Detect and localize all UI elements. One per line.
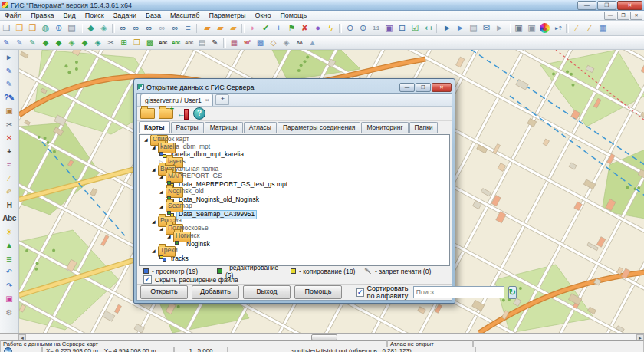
exit-button[interactable]: Выход xyxy=(243,285,291,299)
sphere-icon[interactable]: ● xyxy=(312,22,324,34)
menu-window[interactable]: Окно xyxy=(250,11,275,20)
wave-line-icon[interactable]: ≈ xyxy=(2,159,16,171)
print-icon[interactable]: ▣ xyxy=(513,22,525,34)
menu-edit[interactable]: Правка xyxy=(26,11,58,20)
menu-options[interactable]: Параметры xyxy=(204,11,250,20)
gear-icon[interactable]: ⚙ xyxy=(2,307,16,319)
close-button[interactable]: ✕ xyxy=(617,1,642,10)
menu-scale[interactable]: Масштаб xyxy=(166,11,205,20)
connection-tab-close-icon[interactable]: × xyxy=(205,97,209,104)
select-area-icon[interactable]: ◗ xyxy=(247,22,259,34)
pan-view-icon[interactable]: ⊡ xyxy=(396,22,409,34)
object-journal-icon[interactable]: ▤ xyxy=(196,38,209,48)
tab-atlases[interactable]: Атласы xyxy=(244,122,277,133)
create-object-icon[interactable]: ◆ xyxy=(40,38,52,48)
edit-points-icon[interactable]: ◆ xyxy=(53,38,65,48)
label-abc-icon[interactable]: Abc xyxy=(157,38,169,48)
find-next-icon[interactable]: ∞ xyxy=(169,22,182,34)
join-object-icon[interactable]: ⊞ xyxy=(118,38,130,48)
tree-item-tracks[interactable]: tracks xyxy=(140,255,449,263)
help-button[interactable]: Помощь xyxy=(294,285,342,299)
send-map-icon[interactable]: ✉ xyxy=(481,22,493,34)
disconnect-icon[interactable]: ← xyxy=(177,108,189,119)
help-cursor-icon[interactable]: ►? xyxy=(552,22,564,34)
minimize-button[interactable]: — xyxy=(577,1,596,10)
scissors-icon[interactable]: ✂ xyxy=(2,119,16,131)
add-selection-icon[interactable]: + xyxy=(273,22,285,34)
dialog-minimize-button[interactable]: — xyxy=(399,83,415,92)
color-wheel-icon[interactable]: ● xyxy=(540,23,550,33)
scroll-right-icon[interactable]: ► xyxy=(636,334,644,340)
hide-extension-checkbox[interactable]: ✓ xyxy=(143,275,152,284)
table-grid-icon[interactable]: ▦ xyxy=(228,38,241,48)
delete-object-icon[interactable]: ✕ xyxy=(2,132,16,144)
find-list-icon[interactable]: ≡ xyxy=(182,22,195,34)
zoom-out-icon[interactable]: ⊖ xyxy=(344,22,356,34)
open-map-folder-icon[interactable]: ❒ xyxy=(14,22,26,34)
tab-matrices[interactable]: Матрицы xyxy=(205,122,243,133)
menu-database[interactable]: База xyxy=(141,11,166,20)
tree-expanded-icon[interactable]: ◢ xyxy=(152,219,158,226)
search-input[interactable] xyxy=(413,286,504,298)
tab-connection-params[interactable]: Параметры соединения xyxy=(278,122,360,133)
crosshair-icon[interactable]: + xyxy=(2,146,16,158)
tree-item-noginsk-folder[interactable]: ◢Ногинск xyxy=(140,233,449,241)
open-database-icon[interactable]: ❒ xyxy=(27,22,39,34)
zoom-frame-icon[interactable]: ▣ xyxy=(383,22,396,34)
zoom-in-icon[interactable]: ⊕ xyxy=(357,22,370,34)
layers-color-icon[interactable]: ▣ xyxy=(2,293,16,305)
map-horizontal-scrollbar[interactable]: ◄ ► xyxy=(0,333,644,340)
dialog-title-bar[interactable]: Открытие данных с ГИС Сервера — ❐ ✕ xyxy=(136,81,452,93)
steps-icon[interactable]: ≣ xyxy=(2,253,16,265)
site-wizard-icon[interactable]: ◈ xyxy=(98,22,110,34)
scrollbar-track[interactable] xyxy=(26,334,636,340)
stretch-object-icon[interactable]: ◈ xyxy=(92,38,104,48)
document-list-icon[interactable]: ▤ xyxy=(66,22,78,34)
flag-icon[interactable]: ⚑ xyxy=(286,22,298,34)
add-connection-tab-button[interactable]: + xyxy=(215,94,229,105)
tab-maps[interactable]: Карты xyxy=(139,121,170,133)
view-back-icon[interactable]: ↤ xyxy=(422,22,435,34)
scroll-left-icon[interactable]: ◄ xyxy=(18,334,26,340)
abc-tool-icon[interactable]: Abc xyxy=(2,212,16,225)
connection-tab-gisserver[interactable]: gisserver.ru / User1 × xyxy=(140,94,213,106)
angle-90-icon[interactable]: 90° xyxy=(242,38,254,48)
open-button[interactable]: Открыть xyxy=(140,285,188,299)
tab-folders[interactable]: Папки xyxy=(409,122,439,133)
tree-expanded-icon[interactable]: ◢ xyxy=(152,166,158,174)
flashlight-icon[interactable]: ✐ xyxy=(2,186,16,198)
tree-expanded-icon[interactable]: ◢ xyxy=(152,248,158,255)
edit-query-pencil-icon[interactable]: ✎ xyxy=(14,38,26,48)
add-map-to-document-icon[interactable] xyxy=(159,108,173,119)
menu-help[interactable]: Помощь xyxy=(275,11,311,20)
scrollbar-thumb[interactable] xyxy=(311,334,337,340)
tab-rasters[interactable]: Растры xyxy=(171,122,204,133)
open-internet-map-icon[interactable]: ⊕ xyxy=(53,22,65,34)
move-object-icon[interactable]: ◈ xyxy=(66,38,78,48)
cursor-icon[interactable]: ► xyxy=(494,22,506,34)
tree-item-data-seamap-ca399951[interactable]: Data_Seamap_CA399951 xyxy=(140,211,449,219)
tree-expanded-icon[interactable]: ◢ xyxy=(159,203,166,211)
view-check-icon[interactable]: ☑ xyxy=(409,22,422,34)
tree-expanded-icon[interactable]: ◢ xyxy=(159,189,166,196)
select-on-screen-icon[interactable]: ► xyxy=(442,22,454,34)
diamond-filled-icon[interactable]: ◈ xyxy=(281,38,293,48)
apply-selection-icon[interactable]: ✔ xyxy=(260,22,272,34)
rotate-object-icon[interactable]: ◆ xyxy=(79,38,91,48)
yellow-ruler-icon[interactable]: ∕ xyxy=(2,173,16,185)
select-object-icon[interactable]: ► xyxy=(455,22,467,34)
triangles-icon[interactable]: ▲ xyxy=(2,239,16,252)
tree-expanded-icon[interactable]: ◢ xyxy=(144,137,150,144)
dots-grid-icon[interactable]: ▩ xyxy=(255,38,267,48)
edit-pencil-icon[interactable]: ✎ xyxy=(1,38,13,48)
grid-icon[interactable]: ▦ xyxy=(597,22,610,34)
edit-check-pencil-icon[interactable]: ✎ xyxy=(27,38,39,48)
add-button[interactable]: Добавить xyxy=(192,285,239,299)
tree-item-karelia-dbm-mpt-karelia[interactable]: karelia_dbm_mpt_karelia xyxy=(140,151,449,159)
label-abc-green-icon[interactable]: Abc xyxy=(170,38,182,48)
label-abc-gray-icon[interactable]: Abc xyxy=(183,38,196,48)
print-preview-icon[interactable]: ▣ xyxy=(526,22,538,34)
new-document-icon[interactable]: ❏ xyxy=(1,22,13,34)
topology-icon[interactable]: ▩ xyxy=(144,38,156,48)
pencil-blue-icon[interactable]: ✎ xyxy=(2,65,16,77)
